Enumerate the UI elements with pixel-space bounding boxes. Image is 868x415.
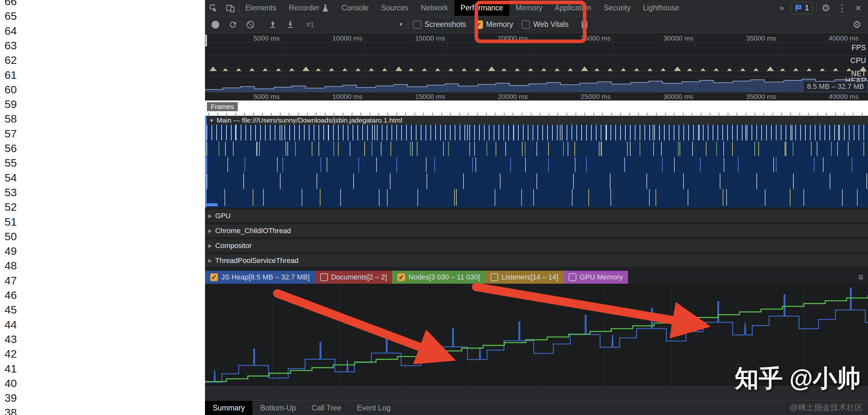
frame-tick: [665, 113, 666, 115]
tab-label: Application: [555, 4, 591, 12]
frames-track[interactable]: Frames: [205, 100, 868, 116]
legend-label: Nodes[3 030 – 11 030]: [408, 273, 480, 281]
thread-row-chrome_childiothread[interactable]: ▶Chrome_ChildIOThread: [205, 224, 868, 237]
thread-name: ThreadPoolServiceThread: [215, 256, 299, 265]
tab-elements[interactable]: Elements: [239, 0, 282, 16]
ruler-tick-label: 20000 ms: [498, 93, 528, 100]
line-number: 43: [4, 333, 17, 346]
hamburger-menu-icon[interactable]: ≡: [854, 271, 868, 284]
issues-flag-icon: [794, 4, 802, 12]
collapse-triangle-icon: ▼: [209, 118, 214, 123]
watermark-text: 知乎 @小帅: [735, 362, 861, 395]
thread-row-threadpoolservicethread[interactable]: ▶ThreadPoolServiceThread: [205, 254, 868, 267]
frame-tick: [629, 113, 630, 115]
legend-chip-documents[interactable]: Documents[2 – 2]: [315, 271, 392, 284]
checkbox-label: Web Vitals: [533, 20, 568, 29]
tab-label: Memory: [516, 4, 542, 12]
frame-tick: [754, 113, 755, 115]
legend-chip-nodes[interactable]: ✓Nodes[3 030 – 11 030]: [392, 271, 485, 284]
tab-lighthouse[interactable]: Lighthouse: [637, 0, 686, 16]
ruler-gridline: [282, 33, 282, 92]
close-devtools-icon[interactable]: ×: [851, 2, 865, 14]
frame-tick: [691, 113, 692, 115]
frame-tick: [727, 113, 728, 115]
checkbox-checked-icon: ✓: [397, 273, 405, 281]
tab-application[interactable]: Application: [549, 0, 597, 16]
tab-recorder[interactable]: Recorder: [282, 0, 335, 16]
legend-chip-listeners[interactable]: Listeners[14 – 14]: [485, 271, 563, 284]
frame-tick: [217, 113, 218, 115]
tab-network[interactable]: Network: [414, 0, 454, 16]
legend-chip-gpu-memory[interactable]: GPU Memory: [563, 271, 628, 284]
expand-triangle-icon: ▶: [208, 243, 212, 249]
overview-scroll-handle[interactable]: [205, 35, 207, 46]
details-tab-summary[interactable]: Summary: [205, 401, 252, 415]
details-tab-bottom-up[interactable]: Bottom-Up: [252, 401, 304, 415]
checkbox-memory[interactable]: ✓Memory: [474, 20, 513, 29]
checkbox-unchecked-icon: [568, 273, 577, 281]
ruler-gridline: [365, 33, 365, 92]
line-number: 63: [4, 39, 17, 52]
checkbox-unchecked-icon: [413, 21, 421, 29]
frame-tick: [853, 113, 854, 115]
frame-tick: [835, 113, 836, 115]
issues-counter[interactable]: 1: [791, 2, 812, 14]
frame-tick: [280, 113, 281, 115]
frame-tick: [351, 113, 352, 115]
timeline-overview[interactable]: FPS CPU NET HEAP 8.5 MB – 32.7 MB 5000 m…: [205, 33, 868, 100]
divider: [816, 4, 817, 13]
frame-tick: [289, 113, 290, 115]
tab-security[interactable]: Security: [597, 0, 637, 16]
record-button[interactable]: [209, 18, 222, 31]
watermark-subtext: @稀土掘金技术社区: [790, 402, 863, 413]
tab-memory[interactable]: Memory: [509, 0, 549, 16]
ruler-tick-label: 25000 ms: [581, 34, 611, 42]
checkbox-web-vitals[interactable]: Web Vitals: [522, 20, 568, 29]
checkbox-checked-icon: ✓: [210, 273, 218, 281]
more-tabs-chevron[interactable]: »: [775, 3, 789, 13]
frame-tick: [244, 113, 245, 115]
devtools-panel: ElementsRecorderConsoleSourcesNetworkPer…: [205, 0, 868, 415]
details-tab-call-tree[interactable]: Call Tree: [304, 401, 349, 415]
line-number: 52: [4, 200, 17, 213]
reload-and-record-button[interactable]: [226, 18, 239, 31]
load-profile-button[interactable]: [266, 18, 279, 31]
ruler-tick-label: 30000 ms: [663, 34, 693, 42]
frame-tick: [343, 113, 343, 115]
history-dropdown[interactable]: #1 ▼: [306, 21, 404, 29]
checkbox-screenshots[interactable]: Screenshots: [413, 20, 466, 29]
thread-row-compositor[interactable]: ▶Compositor: [205, 239, 868, 252]
flask-icon: [322, 4, 329, 12]
frame-tick: [817, 113, 818, 115]
frame-tick: [459, 113, 460, 115]
line-number: 65: [4, 9, 17, 22]
legend-chip-js-heap[interactable]: ✓JS Heap[8.5 MB – 32.7 MB]: [205, 271, 315, 284]
garbage-collect-icon[interactable]: [578, 18, 591, 31]
details-tab-event-log[interactable]: Event Log: [349, 401, 398, 415]
save-profile-button[interactable]: [284, 18, 297, 31]
capture-settings-gear-icon[interactable]: ⚙: [850, 19, 864, 30]
divider: [261, 20, 262, 29]
tab-label: Security: [603, 4, 630, 12]
tab-console[interactable]: Console: [335, 0, 375, 16]
inspect-element-icon[interactable]: [205, 0, 222, 16]
tab-sources[interactable]: Sources: [375, 0, 414, 16]
frame-tick: [701, 113, 702, 115]
main-thread-header[interactable]: ▼ Main — file:///Users/sunny/Downloads/j…: [205, 116, 868, 125]
device-toolbar-icon[interactable]: [222, 0, 239, 16]
frame-tick: [790, 113, 791, 115]
expand-triangle-icon: ▶: [208, 228, 212, 234]
line-number: 53: [4, 186, 17, 199]
tab-performance[interactable]: Performance: [455, 0, 509, 16]
thread-row-gpu[interactable]: ▶GPU: [205, 209, 868, 222]
frame-tick: [396, 113, 397, 115]
frame-tick: [844, 113, 845, 115]
frame-tick: [378, 113, 379, 115]
divider: [408, 20, 408, 29]
ruler-gridline: [613, 33, 613, 92]
settings-gear-icon[interactable]: ⚙: [819, 2, 833, 13]
frame-tick: [557, 113, 558, 115]
clear-recording-button[interactable]: [244, 18, 257, 31]
main-thread-flamechart[interactable]: [205, 125, 868, 208]
kebab-menu-icon[interactable]: ⋮: [835, 2, 849, 13]
